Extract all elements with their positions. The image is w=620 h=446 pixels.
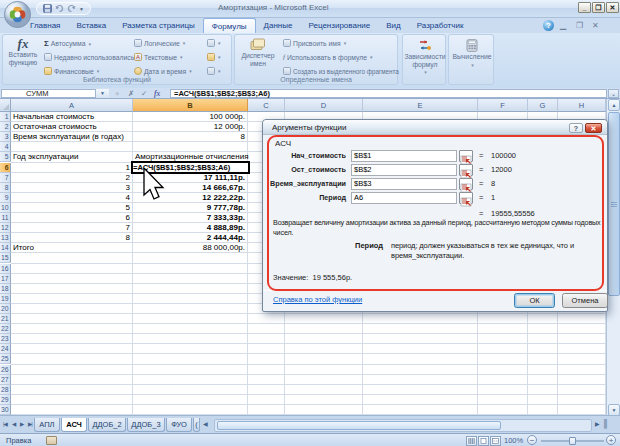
column-header-H[interactable]: H <box>558 99 606 112</box>
workbook-restore-icon[interactable]: ❐ <box>576 21 583 31</box>
office-button[interactable] <box>3 0 32 29</box>
financial-button[interactable]: Финансовые▾ <box>44 67 99 75</box>
row-header-30[interactable]: 30 <box>0 405 11 415</box>
formula-input[interactable]: =АСЧ($B$1;$B$2;$B$3;A6) <box>170 89 607 98</box>
cell-A14[interactable]: Итого <box>13 243 130 253</box>
calculation-button[interactable]: Вычисление ▾ <box>452 39 492 69</box>
vertical-scrollbar[interactable]: ▲ ▼ <box>606 99 620 417</box>
cell-A10[interactable]: 5 <box>13 203 130 213</box>
scroll-up-icon[interactable]: ▲ <box>608 99 620 111</box>
zoom-level[interactable]: 100% <box>504 436 523 445</box>
sheet-tab-partial[interactable]: ( <box>193 418 200 432</box>
dialog-title[interactable]: Аргументы функции <box>263 120 607 135</box>
ribbon-tab-4[interactable]: Формулы <box>203 18 256 33</box>
row-header-17[interactable]: 17 <box>0 274 11 284</box>
range-picker-icon-1[interactable] <box>459 164 473 176</box>
cell-B3[interactable]: 8 <box>135 132 245 142</box>
help-icon[interactable]: ? <box>543 20 554 31</box>
row-header-14[interactable]: 14 <box>0 243 11 253</box>
select-all-corner[interactable] <box>0 99 11 112</box>
row-header-11[interactable]: 11 <box>0 213 11 223</box>
arg-input-1[interactable]: $B$2 <box>351 164 457 176</box>
arg-input-2[interactable]: $B$3 <box>351 178 457 190</box>
row-header-19[interactable]: 19 <box>0 294 11 304</box>
more-functions-button[interactable]: ▾ <box>207 67 221 75</box>
row-header-9[interactable]: 9 <box>0 193 11 203</box>
row-header-23[interactable]: 23 <box>0 334 11 344</box>
last-sheet-icon[interactable]: ▶| <box>28 421 32 427</box>
sheet-tab-АПЛ[interactable]: АПЛ <box>34 418 60 432</box>
name-box-dropdown-icon[interactable]: ▼ <box>95 89 109 98</box>
normal-view-button[interactable] <box>466 436 477 446</box>
row-header-28[interactable]: 28 <box>0 385 11 395</box>
cell-B11[interactable]: 7 333,33р. <box>135 213 245 223</box>
vertical-scroll-thumb[interactable] <box>608 112 620 296</box>
row-header-20[interactable]: 20 <box>0 304 11 314</box>
ribbon-tab-7[interactable]: Вид <box>378 18 408 33</box>
dialog-close-button[interactable]: ✕ <box>585 123 602 134</box>
row-header-21[interactable]: 21 <box>0 314 11 324</box>
qat-dropdown-icon[interactable]: ▼ <box>79 6 84 12</box>
row-header-3[interactable]: 3 <box>0 132 11 142</box>
column-header-G[interactable]: G <box>528 99 558 112</box>
horizontal-scrollbar[interactable] <box>214 419 592 432</box>
row-header-4[interactable]: 4 <box>0 142 11 152</box>
sheet-tab-ФУО[interactable]: ФУО <box>166 418 192 432</box>
cell-B1[interactable]: 100 000р. <box>135 112 245 122</box>
column-header-E[interactable]: E <box>363 99 478 112</box>
insert-function-icon[interactable]: fx <box>154 89 160 98</box>
range-picker-icon-3[interactable] <box>459 192 473 204</box>
name-manager-button[interactable]: Диспетчер имен <box>238 38 278 67</box>
text-button[interactable]: AТекстовые▾ <box>134 53 183 61</box>
cell-A1[interactable]: Начальная стоимость <box>13 112 130 122</box>
row-header-1[interactable]: 1 <box>0 112 11 122</box>
ribbon-tab-3[interactable]: Разметка страницы <box>114 18 203 33</box>
range-picker-icon-2[interactable] <box>459 178 473 190</box>
cell-A3[interactable]: Время эксплуатации (в годах) <box>13 132 130 142</box>
horizontal-scroll-thumb[interactable] <box>217 421 501 430</box>
row-header-15[interactable]: 15 <box>0 253 11 263</box>
row-header-29[interactable]: 29 <box>0 395 11 405</box>
cell-A6[interactable]: 1 <box>13 163 130 173</box>
row-header-16[interactable]: 16 <box>0 264 11 274</box>
row-header-8[interactable]: 8 <box>0 183 11 193</box>
row-header-25[interactable]: 25 <box>0 354 11 364</box>
cell-A2[interactable]: Остаточная стоимость <box>13 122 130 132</box>
row-header-12[interactable]: 12 <box>0 223 11 233</box>
ribbon-tab-8[interactable]: Разработчик <box>409 18 472 33</box>
workbook-minimize-icon[interactable]: ▁ <box>560 21 566 31</box>
row-header-10[interactable]: 10 <box>0 203 11 213</box>
column-header-B[interactable]: B <box>133 99 248 112</box>
cell-A5[interactable]: Год эксплуатации <box>13 152 130 162</box>
enter-formula-icon[interactable]: ✓ <box>141 89 147 98</box>
macro-record-icon[interactable] <box>46 436 57 445</box>
cell-A11[interactable]: 6 <box>13 213 130 223</box>
name-box[interactable]: СУММ <box>1 89 109 98</box>
hscroll-right-icon[interactable]: ▶ <box>595 420 599 427</box>
column-header-D[interactable]: D <box>285 99 363 112</box>
save-icon[interactable] <box>43 4 52 13</box>
lookup-reference-button[interactable]: ▾ <box>207 39 221 47</box>
cell-B10[interactable]: 9 777,78р. <box>135 203 245 213</box>
cell-B2[interactable]: 12 000р. <box>135 122 245 132</box>
math-trig-button[interactable]: ▾ <box>207 53 221 61</box>
close-button[interactable]: ✕ <box>606 2 619 13</box>
dialog-help-button[interactable]: ? <box>569 123 583 134</box>
minimize-button[interactable]: _ <box>578 2 591 13</box>
row-header-22[interactable]: 22 <box>0 324 11 334</box>
ribbon-tab-6[interactable]: Рецензирование <box>300 18 378 33</box>
workbook-close-icon[interactable]: ✕ <box>592 21 599 31</box>
cell-A7[interactable]: 2 <box>13 173 130 183</box>
cancel-formula-icon[interactable]: ✗ <box>128 89 134 98</box>
row-header-18[interactable]: 18 <box>0 284 11 294</box>
logical-button[interactable]: Логические▾ <box>134 39 185 47</box>
splitter-handle[interactable]: ▌ <box>604 419 609 428</box>
insert-function-button[interactable]: fx Вставить функцию <box>5 37 41 66</box>
use-in-formula-button[interactable]: fИспользовать в формуле▾ <box>283 53 373 61</box>
cell-A13[interactable]: 8 <box>13 233 130 243</box>
column-header-A[interactable]: A <box>11 99 133 112</box>
ribbon-tab-5[interactable]: Данные <box>256 18 301 33</box>
zoom-slider-thumb[interactable] <box>569 437 576 445</box>
column-header-F[interactable]: F <box>478 99 528 112</box>
column-header-C[interactable]: C <box>248 99 285 112</box>
